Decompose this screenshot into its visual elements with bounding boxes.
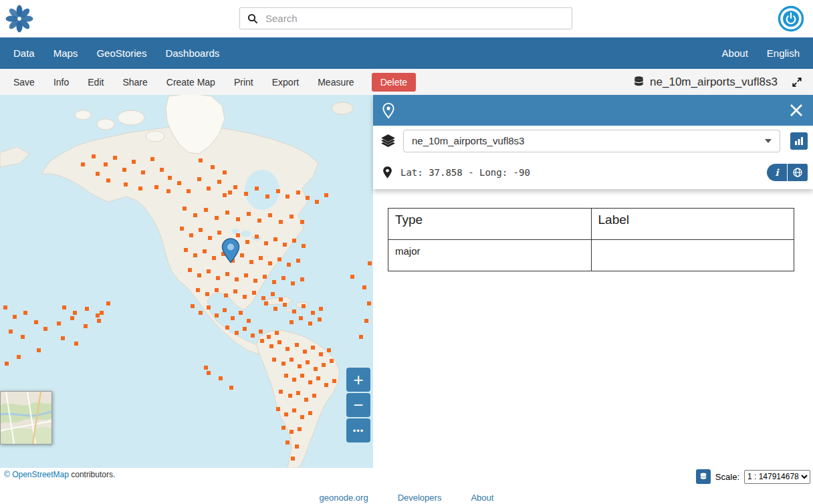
airport-marker[interactable] [212, 256, 216, 260]
airport-marker[interactable] [34, 320, 38, 324]
airport-marker[interactable] [3, 305, 7, 309]
airport-marker[interactable] [324, 193, 328, 197]
airport-marker[interactable] [43, 327, 47, 331]
airport-marker[interactable] [17, 355, 21, 359]
toolbar-save[interactable]: Save [4, 77, 44, 88]
airport-marker[interactable] [292, 309, 296, 313]
airport-marker[interactable] [106, 178, 110, 182]
airport-marker[interactable] [302, 244, 306, 248]
airport-marker[interactable] [279, 297, 283, 301]
airport-marker[interactable] [273, 237, 277, 241]
airport-marker[interactable] [368, 261, 372, 265]
link-geonode-org[interactable]: geonode.org [320, 493, 368, 503]
airport-marker[interactable] [291, 457, 295, 461]
airport-marker[interactable] [96, 313, 100, 318]
airport-marker[interactable] [9, 330, 13, 334]
airport-marker[interactable] [276, 407, 280, 411]
airport-marker[interactable] [207, 269, 211, 273]
airport-marker[interactable] [92, 154, 96, 158]
airport-marker[interactable] [298, 427, 302, 431]
fullscreen-icon[interactable] [792, 77, 802, 88]
airport-marker[interactable] [247, 212, 251, 216]
airport-marker[interactable] [311, 346, 315, 350]
airport-marker[interactable] [289, 358, 294, 362]
airport-marker[interactable] [311, 311, 315, 315]
airport-marker[interactable] [255, 235, 259, 239]
airport-marker[interactable] [141, 170, 145, 174]
airport-marker[interactable] [168, 176, 172, 180]
link-developers[interactable]: Developers [398, 493, 442, 503]
airport-marker[interactable] [279, 220, 283, 224]
airport-marker[interactable] [302, 304, 306, 308]
zoom-in-button[interactable]: + [346, 368, 370, 392]
airport-marker[interactable] [289, 430, 294, 434]
airport-marker[interactable] [244, 273, 248, 277]
airport-marker[interactable] [70, 316, 74, 320]
airport-marker[interactable] [330, 359, 334, 363]
airport-marker[interactable] [350, 275, 354, 279]
geonode-logo-icon[interactable] [5, 5, 33, 35]
airport-marker[interactable] [277, 340, 281, 344]
airport-marker[interactable] [273, 307, 277, 311]
airport-marker[interactable] [85, 307, 89, 311]
airport-marker[interactable] [260, 339, 264, 343]
airport-marker[interactable] [284, 374, 288, 378]
airport-marker[interactable] [177, 181, 181, 185]
airport-marker[interactable] [62, 305, 66, 309]
airport-marker[interactable] [21, 335, 25, 339]
airport-marker[interactable] [295, 445, 299, 449]
airport-marker[interactable] [275, 331, 279, 335]
airport-marker[interactable] [223, 193, 227, 197]
airport-marker[interactable] [37, 348, 41, 352]
airport-marker[interactable] [235, 277, 239, 281]
airport-marker[interactable] [367, 301, 371, 305]
airport-marker[interactable] [96, 172, 100, 176]
toolbar-share[interactable]: Share [113, 77, 156, 88]
airport-marker[interactable] [187, 189, 191, 193]
close-icon[interactable] [789, 103, 804, 118]
nav-language[interactable]: English [758, 47, 809, 59]
airport-marker[interactable] [285, 195, 289, 199]
airport-marker[interactable] [150, 157, 154, 161]
nav-data[interactable]: Data [4, 47, 44, 59]
airport-marker[interactable] [244, 192, 248, 196]
airport-marker[interactable] [223, 308, 227, 312]
overview-map[interactable] [0, 391, 52, 445]
airport-marker[interactable] [188, 268, 192, 272]
airport-marker[interactable] [183, 207, 187, 211]
airport-marker[interactable] [268, 213, 272, 217]
airport-marker[interactable] [84, 324, 88, 328]
delete-button[interactable]: Delete [372, 73, 416, 92]
airport-marker[interactable] [104, 162, 108, 166]
airport-marker[interactable] [255, 186, 259, 191]
layers-db-button[interactable] [696, 469, 711, 484]
airport-marker[interactable] [106, 301, 110, 305]
airport-marker[interactable] [292, 378, 296, 382]
toolbar-edit[interactable]: Edit [78, 77, 113, 88]
airport-marker[interactable] [247, 319, 251, 323]
airport-marker[interactable] [299, 316, 303, 320]
airport-marker[interactable] [138, 186, 142, 191]
airport-marker[interactable] [289, 215, 294, 219]
airport-marker[interactable] [184, 248, 188, 252]
airport-marker[interactable] [283, 303, 287, 307]
nav-dashboards[interactable]: Dashboards [156, 47, 229, 59]
airport-marker[interactable] [296, 259, 300, 263]
airport-marker[interactable] [204, 366, 208, 370]
airport-marker[interactable] [81, 162, 85, 166]
airport-marker[interactable] [207, 186, 211, 191]
airport-marker[interactable] [271, 292, 275, 296]
airport-marker[interactable] [193, 213, 197, 217]
airport-marker[interactable] [332, 379, 336, 383]
airport-marker[interactable] [245, 240, 249, 244]
airport-marker[interactable] [216, 276, 220, 280]
airport-marker[interactable] [233, 289, 237, 293]
power-logo-icon[interactable] [778, 5, 804, 35]
airport-marker[interactable] [362, 285, 366, 289]
airport-marker[interactable] [298, 364, 302, 368]
airport-marker[interactable] [217, 231, 221, 235]
airport-marker[interactable] [308, 322, 312, 326]
airport-marker[interactable] [211, 165, 215, 169]
airport-marker[interactable] [364, 319, 368, 323]
airport-marker[interactable] [259, 330, 263, 334]
